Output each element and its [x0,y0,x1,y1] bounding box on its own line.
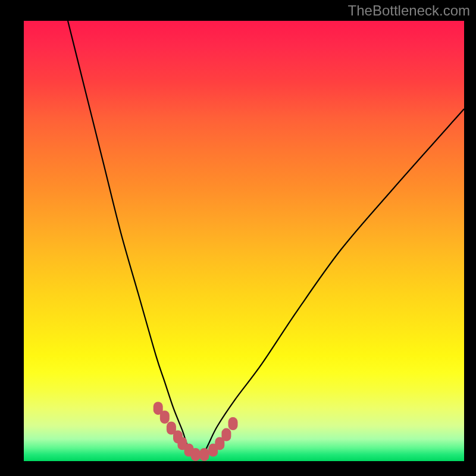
curve-marker [160,411,170,424]
watermark-text: TheBottleneck.com [348,2,470,19]
curve-marker [228,417,238,430]
chart-frame: TheBottleneck.com [0,0,476,476]
marker-group [154,402,238,461]
curve-marker [221,428,231,441]
chart-svg [24,21,464,461]
curve-marker [191,448,201,461]
curve-marker [199,448,209,461]
bottleneck-curve [68,21,464,458]
plot-area [24,21,464,461]
